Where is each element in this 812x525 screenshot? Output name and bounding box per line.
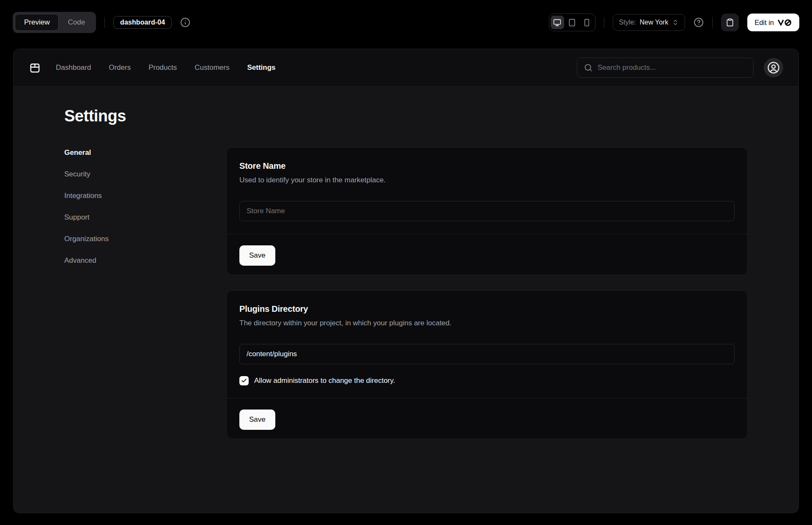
nav-item-products[interactable]: Products xyxy=(148,63,177,72)
nav-item-orders[interactable]: Orders xyxy=(109,63,131,72)
card-footer: Save xyxy=(227,398,747,439)
tablet-viewport-button[interactable] xyxy=(565,16,579,29)
user-circle-icon xyxy=(767,61,780,74)
smartphone-icon xyxy=(583,19,591,27)
user-menu-button[interactable] xyxy=(764,58,783,77)
card-title: Plugins Directory xyxy=(239,303,735,314)
save-button[interactable]: Save xyxy=(239,245,275,266)
preview-frame: Dashboard Orders Products Customers Sett… xyxy=(13,49,799,513)
page-title: Settings xyxy=(64,107,748,125)
allow-admin-checkbox-row: Allow administrators to change the direc… xyxy=(239,376,735,385)
preview-code-toggle: Preview Code xyxy=(13,12,96,33)
toolbar-right: Style: New York Edit in xyxy=(549,14,799,31)
sidebar-item-integrations[interactable]: Integrations xyxy=(64,190,170,201)
card-description: The directory within your project, in wh… xyxy=(239,319,735,328)
app-navbar: Dashboard Orders Products Customers Sett… xyxy=(14,49,798,87)
mobile-viewport-button[interactable] xyxy=(580,16,594,29)
card-description: Used to identify your store in the marke… xyxy=(239,176,735,185)
v0-toolbar: Preview Code dashboard-04 xyxy=(0,0,812,45)
nav-item-settings[interactable]: Settings xyxy=(247,63,275,72)
nav-item-dashboard[interactable]: Dashboard xyxy=(56,63,91,72)
settings-page: Settings General Security Integrations S… xyxy=(14,87,798,439)
sidebar-item-general[interactable]: General xyxy=(64,147,170,158)
style-select-value: New York xyxy=(640,19,669,26)
allow-admin-checkbox-label[interactable]: Allow administrators to change the direc… xyxy=(254,377,395,385)
save-button[interactable]: Save xyxy=(239,410,275,430)
package-icon[interactable] xyxy=(29,62,41,74)
divider xyxy=(712,17,713,28)
toolbar-left: Preview Code dashboard-04 xyxy=(13,12,190,33)
preview-tab[interactable]: Preview xyxy=(15,14,59,31)
store-name-input[interactable] xyxy=(239,201,735,221)
edit-in-v0-button[interactable]: Edit in xyxy=(747,14,799,31)
divider xyxy=(604,17,604,28)
style-select[interactable]: Style: New York xyxy=(613,14,686,31)
card-title: Store Name xyxy=(239,160,735,171)
info-icon[interactable] xyxy=(180,17,190,27)
desktop-viewport-button[interactable] xyxy=(551,16,564,29)
check-icon xyxy=(241,378,247,384)
card-footer: Save xyxy=(227,234,747,275)
nav-item-customers[interactable]: Customers xyxy=(195,63,229,72)
edit-in-v0-label: Edit in xyxy=(754,19,774,27)
style-select-label: Style: xyxy=(619,19,636,26)
sidebar-item-security[interactable]: Security xyxy=(64,169,170,180)
search-input[interactable] xyxy=(598,63,746,72)
sidebar-item-organizations[interactable]: Organizations xyxy=(64,234,170,245)
viewport-toggle-group xyxy=(549,14,595,31)
settings-side-nav: General Security Integrations Support Or… xyxy=(64,147,170,266)
divider xyxy=(104,17,105,28)
code-tab[interactable]: Code xyxy=(59,14,94,31)
search-icon xyxy=(584,63,593,72)
sidebar-item-support[interactable]: Support xyxy=(64,212,170,223)
plugins-directory-card: Plugins Directory The directory within y… xyxy=(226,290,748,439)
chevrons-up-down-icon xyxy=(672,19,679,26)
search-box xyxy=(577,58,754,78)
help-icon[interactable] xyxy=(694,17,704,27)
sidebar-item-advanced[interactable]: Advanced xyxy=(64,255,170,266)
clipboard-icon xyxy=(726,18,734,27)
plugins-directory-input[interactable] xyxy=(239,344,735,364)
app-nav-links: Dashboard Orders Products Customers Sett… xyxy=(56,63,275,72)
allow-admin-checkbox[interactable] xyxy=(239,376,249,385)
tablet-icon xyxy=(568,19,576,27)
monitor-icon xyxy=(553,19,561,27)
store-name-card: Store Name Used to identify your store i… xyxy=(226,147,748,275)
copy-code-button[interactable] xyxy=(721,14,739,31)
v0-logo-icon xyxy=(778,19,792,26)
project-name-badge[interactable]: dashboard-04 xyxy=(113,16,172,29)
